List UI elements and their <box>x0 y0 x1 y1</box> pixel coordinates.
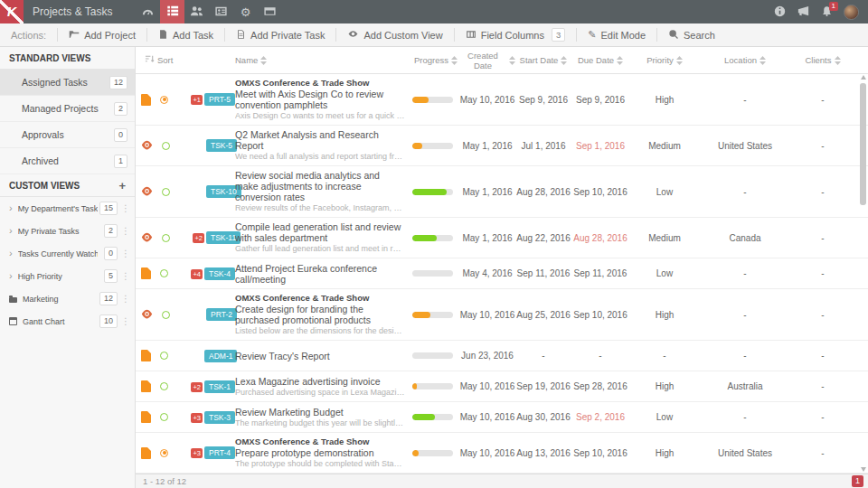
task-row[interactable]: TSK-5 Q2 Market Analysis and Research Re… <box>136 126 868 166</box>
task-row[interactable]: ADM-1 Review Tracy's Report Jun 23, 2016… <box>136 341 868 371</box>
search-button[interactable]: Search <box>656 28 726 42</box>
item-menu-dots-icon[interactable]: ⋮ <box>120 294 131 304</box>
task-name-cell[interactable]: OMXS Conference & Trade Show Create desi… <box>235 293 412 336</box>
status-circle-icon[interactable] <box>160 96 168 104</box>
task-id-tag[interactable]: TSK-5 <box>206 139 237 152</box>
sidebar-custom-item[interactable]: My Department's Tasks 15 ⋮ <box>0 197 135 220</box>
column-progress[interactable]: Progress <box>412 55 459 65</box>
add-private-task-button[interactable]: Add Private Task <box>224 28 335 42</box>
user-avatar[interactable] <box>844 5 859 20</box>
item-menu-dots-icon[interactable]: ⋮ <box>120 316 131 326</box>
task-title[interactable]: Review social media analytics and make a… <box>235 170 405 202</box>
add-task-button[interactable]: Add Task <box>146 28 224 42</box>
task-title[interactable]: Compile lead generation list and review … <box>235 221 405 243</box>
sidebar-standard-item[interactable]: Approvals 0 <box>0 122 135 148</box>
task-id-tag[interactable]: TSK-1 <box>204 380 235 393</box>
project-name[interactable]: OMXS Conference & Trade Show <box>235 436 405 446</box>
task-id-tag[interactable]: PRT-4 <box>204 446 235 459</box>
column-priority[interactable]: Priority <box>629 55 700 65</box>
status-circle-icon[interactable] <box>162 311 170 319</box>
vertical-scrollbar[interactable] <box>860 75 867 472</box>
status-circle-icon[interactable] <box>162 142 170 150</box>
project-name[interactable]: OMXS Conference & Trade Show <box>235 78 405 88</box>
column-name[interactable]: Name <box>235 55 412 65</box>
task-row[interactable]: +1 PRT-5 OMXS Conference & Trade Show Me… <box>136 74 868 126</box>
task-name-cell[interactable]: Lexa Magazine advertising invoice Purcha… <box>235 376 412 398</box>
nav-settings[interactable]: ⚙ <box>233 0 258 23</box>
column-sort[interactable]: Sort <box>136 54 235 66</box>
task-name-cell[interactable]: Compile lead generation list and review … <box>235 221 412 254</box>
task-title[interactable]: Review Tracy's Report <box>235 351 405 361</box>
status-circle-icon[interactable] <box>162 234 170 242</box>
task-row[interactable]: +2 TSK-11 Compile lead generation list a… <box>136 218 868 258</box>
nav-dashboard[interactable] <box>136 0 160 23</box>
status-circle-icon[interactable] <box>160 352 168 360</box>
info-icon[interactable] <box>774 5 786 19</box>
task-id-tag[interactable]: ADM-1 <box>204 350 237 362</box>
edit-mode-button[interactable]: ✎ Edit Mode <box>576 28 656 42</box>
sidebar-standard-item[interactable]: Archived 1 <box>0 148 135 174</box>
item-menu-dots-icon[interactable]: ⋮ <box>120 249 131 258</box>
task-name-cell[interactable]: Review Tracy's Report <box>235 351 412 361</box>
task-name-cell[interactable]: OMXS Conference & Trade Show Meet with A… <box>235 78 412 121</box>
item-menu-dots-icon[interactable]: ⋮ <box>120 203 131 213</box>
task-title[interactable]: Meet with Axis Design Co to review conve… <box>235 89 405 110</box>
column-due-date[interactable]: Due Date <box>571 55 629 65</box>
nav-contacts[interactable] <box>209 0 233 23</box>
sidebar-standard-item[interactable]: Managed Projects 2 <box>0 96 135 122</box>
task-name-cell[interactable]: Q2 Market Analysis and Research Report W… <box>235 129 412 162</box>
scroll-down-arrow[interactable] <box>861 467 866 472</box>
pagination-page-button[interactable]: 1 <box>852 475 863 487</box>
column-created-date[interactable]: Created Date <box>459 51 515 70</box>
task-title[interactable]: Create design for branding the purchased… <box>235 304 405 325</box>
task-row[interactable]: PRT-2 OMXS Conference & Trade Show Creat… <box>136 289 868 341</box>
task-id-tag[interactable]: PRT-5 <box>204 93 235 106</box>
scrollbar-thumb[interactable] <box>860 83 866 205</box>
task-name-cell[interactable]: Review Marketing Budget The marketing bu… <box>235 407 412 428</box>
status-circle-icon[interactable] <box>160 382 168 390</box>
notifications-bell-icon[interactable]: 1 <box>821 5 833 19</box>
status-circle-icon[interactable] <box>162 188 170 196</box>
announcements-megaphone-icon[interactable] <box>797 5 810 20</box>
task-title[interactable]: Q2 Market Analysis and Research Report <box>235 129 405 151</box>
task-row[interactable]: +2 TSK-1 Lexa Magazine advertising invoi… <box>136 371 868 402</box>
nav-billing[interactable] <box>258 0 282 23</box>
task-row[interactable]: +3 TSK-3 Review Marketing Budget The mar… <box>136 402 868 433</box>
add-view-plus-icon[interactable]: + <box>118 180 126 192</box>
column-start-date[interactable]: Start Date <box>515 55 571 65</box>
item-menu-dots-icon[interactable]: ⋮ <box>120 226 131 236</box>
task-title[interactable]: Review Marketing Budget <box>235 407 405 418</box>
item-menu-dots-icon[interactable]: ⋮ <box>120 271 131 281</box>
nav-team[interactable] <box>184 0 209 23</box>
add-custom-view-button[interactable]: Add Custom View <box>335 28 453 42</box>
sidebar-custom-item[interactable]: My Private Tasks 2 ⋮ <box>0 220 135 242</box>
nav-tasks-list[interactable] <box>160 0 184 23</box>
status-circle-icon[interactable] <box>160 269 168 277</box>
status-circle-icon[interactable] <box>160 413 168 421</box>
field-columns-button[interactable]: Field Columns 3 <box>454 28 577 42</box>
scroll-up-arrow[interactable] <box>861 75 866 80</box>
task-row[interactable]: +4 TSK-4 Attend Project Eureka conferenc… <box>136 258 868 289</box>
task-title[interactable]: Lexa Magazine advertising invoice <box>235 376 405 387</box>
status-circle-icon[interactable] <box>160 449 168 457</box>
task-name-cell[interactable]: Attend Project Eureka conference call/me… <box>235 263 412 285</box>
column-clients[interactable]: Clients <box>790 55 855 65</box>
task-name-cell[interactable]: OMXS Conference & Trade Show Prepare pro… <box>235 436 412 469</box>
sidebar-custom-item[interactable]: Marketing 12 ⋮ <box>0 287 135 310</box>
task-id-tag[interactable]: TSK-4 <box>204 267 235 280</box>
task-row[interactable]: TSK-10 Review social media analytics and… <box>136 166 868 218</box>
sidebar-custom-item[interactable]: High Priority 5 ⋮ <box>0 265 135 287</box>
app-logo[interactable]: K <box>0 0 24 23</box>
task-id-tag[interactable]: TSK-3 <box>204 411 235 424</box>
task-title[interactable]: Attend Project Eureka conference call/me… <box>235 263 405 285</box>
add-project-button[interactable]: Add Project <box>57 28 146 42</box>
task-id-tag[interactable]: PRT-2 <box>206 308 237 321</box>
task-title[interactable]: Prepare prototype demonstration <box>235 447 405 458</box>
task-row[interactable]: +3 PRT-4 OMXS Conference & Trade Show Pr… <box>136 433 868 474</box>
sidebar-custom-item[interactable]: Gantt Chart 10 ⋮ <box>0 310 135 333</box>
task-name-cell[interactable]: Review social media analytics and make a… <box>235 170 412 213</box>
sidebar-standard-item[interactable]: Assigned Tasks 12 <box>0 70 135 96</box>
sidebar-custom-item[interactable]: Tasks Currently Watching 0 ⋮ <box>0 242 135 265</box>
column-location[interactable]: Location <box>700 55 790 65</box>
project-name[interactable]: OMXS Conference & Trade Show <box>235 293 405 303</box>
